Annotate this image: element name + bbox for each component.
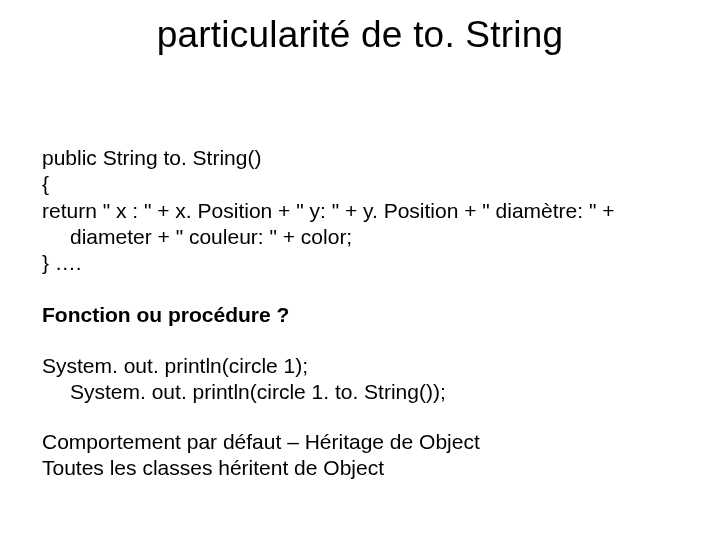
spacer [42,276,690,302]
footer-line-2: Toutes les classes héritent de Object [42,455,690,481]
example-line-2-text: System. out. println(circle 1. to. Strin… [42,379,690,405]
code-line-3a: return " x : " + x. Position + " y: " + … [42,198,690,224]
question-line: Fonction ou procédure ? [42,302,690,328]
slide-title: particularité de to. String [0,0,720,56]
spacer [42,405,690,429]
slide-body: public String to. String() { return " x … [42,145,690,482]
code-line-1: public String to. String() [42,145,690,171]
spacer [42,329,690,353]
footer-line-1: Comportement par défaut – Héritage de Ob… [42,429,690,455]
code-line-3b: diameter + " couleur: " + color; [42,224,690,250]
question-text: Fonction ou procédure ? [42,303,289,326]
code-line-4: } …. [42,250,690,276]
example-line-1: System. out. println(circle 1); [42,353,690,379]
code-line-3b-text: diameter + " couleur: " + color; [42,224,690,250]
example-line-2: System. out. println(circle 1. to. Strin… [42,379,690,405]
slide: particularité de to. String public Strin… [0,0,720,540]
code-line-2: { [42,171,690,197]
